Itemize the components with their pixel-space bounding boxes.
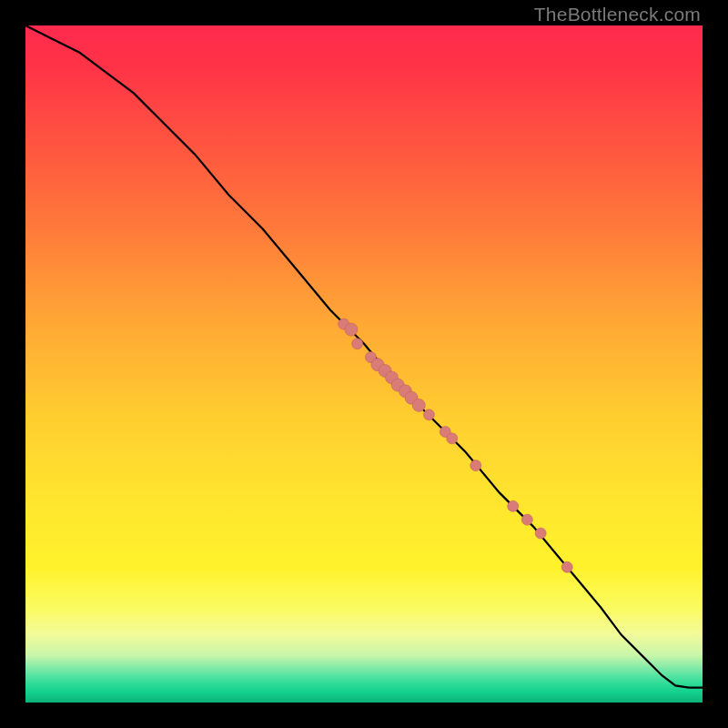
data-point: [345, 323, 358, 336]
data-point: [535, 528, 546, 539]
data-point: [352, 339, 363, 349]
watermark-text: TheBottleneck.com: [534, 4, 701, 25]
bottleneck-curve: [25, 25, 703, 688]
data-point: [508, 500, 519, 511]
chart-frame: TheBottleneck.com: [0, 0, 728, 728]
data-point: [470, 460, 481, 471]
data-point: [561, 561, 572, 572]
data-point: [423, 410, 434, 420]
plot-area: [25, 25, 703, 703]
data-point: [412, 399, 425, 411]
data-markers: [339, 318, 573, 572]
data-point: [447, 433, 458, 444]
data-point: [521, 514, 532, 525]
chart-overlay: [25, 25, 703, 703]
